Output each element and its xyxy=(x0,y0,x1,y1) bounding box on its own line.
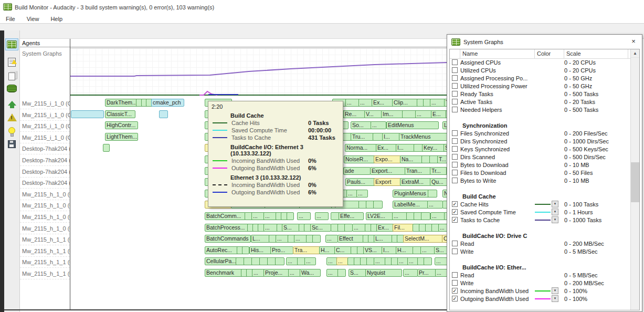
timeline-block[interactable] xyxy=(242,246,249,254)
save-icon[interactable] xyxy=(5,138,18,150)
timeline-block[interactable]: Clip... xyxy=(392,99,418,107)
graph-item-name[interactable]: Utilized CPUs xyxy=(460,67,535,74)
graph-item-name[interactable]: Bytes to Download xyxy=(460,162,535,168)
timeline-block[interactable]: S... xyxy=(349,269,366,277)
graph-checkbox[interactable] xyxy=(452,248,458,254)
timeline-block[interactable]: PluginMenus xyxy=(393,190,429,197)
graph-item-name[interactable]: Outgoing BandWidth Used xyxy=(460,296,535,302)
menu-help[interactable]: Help xyxy=(45,16,68,22)
timeline-block[interactable] xyxy=(421,212,430,220)
timeline-block[interactable]: ... xyxy=(435,269,448,277)
timeline-block[interactable]: Nyquist xyxy=(365,269,402,277)
agent-row-label[interactable]: Mw_2115_h_1_0 (C xyxy=(20,212,70,223)
graph-checkbox[interactable]: ✓ xyxy=(452,296,458,301)
graph-checkbox[interactable] xyxy=(452,241,458,246)
timeline-block[interactable]: SelectM... xyxy=(403,235,443,243)
timeline-block[interactable]: His... xyxy=(249,246,271,254)
timeline-block[interactable]: ... xyxy=(315,212,329,220)
graph-item-name[interactable]: Incoming BandWidth Used xyxy=(460,288,535,294)
timeline-block[interactable]: cmake_pch xyxy=(151,99,184,107)
col-name[interactable]: Name xyxy=(460,49,535,58)
timeline-block[interactable]: ... xyxy=(420,246,435,254)
timeline-block[interactable]: VS... xyxy=(363,246,383,254)
graph-checkbox[interactable] xyxy=(452,272,458,278)
timeline-block[interactable]: ... xyxy=(371,121,386,129)
graph-checkbox[interactable] xyxy=(452,162,458,168)
graph-item-name[interactable]: Files Synchronized xyxy=(460,130,535,137)
col-scale[interactable]: Scale xyxy=(564,49,628,58)
timeline-block[interactable]: C... xyxy=(334,246,352,254)
timeline-block[interactable]: ... xyxy=(427,201,443,209)
timeline-block[interactable]: Tra... xyxy=(293,246,320,254)
timeline-block[interactable]: Na... xyxy=(400,155,423,163)
timeline-block[interactable] xyxy=(373,201,383,209)
timeline-block[interactable]: Tru... xyxy=(351,133,374,141)
graph-item-name[interactable]: Ready Tasks xyxy=(460,91,535,97)
agent-row-label[interactable]: Mw_2115_i_1_0 (Co xyxy=(20,98,70,109)
timeline-block[interactable]: LightThem... xyxy=(105,133,138,141)
timeline-block[interactable]: CellularPa... xyxy=(205,257,237,265)
timeline-block[interactable]: V... xyxy=(364,110,382,118)
agent-row-label[interactable]: Mw_2115_h_1_1 (C xyxy=(20,234,70,245)
build-cache-icon[interactable] xyxy=(5,82,18,95)
scrollbar[interactable]: ▲ xyxy=(630,49,639,310)
agent-row-label[interactable]: Mw_2115_i_1_0 (Co xyxy=(20,110,70,121)
graph-checkbox[interactable] xyxy=(452,75,458,81)
timeline-block[interactable]: I... xyxy=(382,133,400,141)
graph-item-name[interactable]: Read xyxy=(460,241,535,247)
timeline-block[interactable]: LV2E... xyxy=(366,212,393,220)
timeline-block[interactable]: ... xyxy=(325,235,338,243)
timeline-block[interactable]: ... xyxy=(435,257,448,265)
timeline-block[interactable]: L... xyxy=(374,235,393,243)
timeline-block[interactable]: I... xyxy=(382,246,397,254)
timeline-block[interactable]: ... xyxy=(352,224,366,232)
timeline-block[interactable] xyxy=(337,269,346,277)
graph-item-name[interactable]: Bytes to Write xyxy=(460,178,535,184)
graph-checkbox[interactable]: ✓ xyxy=(452,288,458,294)
timeline-block[interactable]: TrackMenus xyxy=(399,133,448,141)
timeline-block[interactable]: Tran... xyxy=(405,167,431,175)
timeline-block[interactable]: ... xyxy=(430,99,446,107)
graph-checkbox[interactable] xyxy=(452,154,458,160)
timeline-block[interactable]: Expo... xyxy=(374,155,401,163)
graph-item-name[interactable]: Write xyxy=(460,248,535,255)
graph-checkbox[interactable]: ✓ xyxy=(452,209,458,215)
timeline-block[interactable] xyxy=(159,110,168,118)
agent-row-label[interactable]: Desktop-7hak204 (C xyxy=(20,167,70,178)
system-graphs-titlebar[interactable]: System Graphs xyxy=(447,35,642,49)
timeline-block[interactable] xyxy=(103,144,110,152)
output-upload-icon[interactable] xyxy=(5,97,18,109)
graph-item-name[interactable]: Write xyxy=(460,280,535,286)
timeline-block[interactable] xyxy=(428,190,437,197)
progress-bricks-icon[interactable] xyxy=(5,38,18,50)
graph-item-name[interactable]: Cache Hits xyxy=(460,201,535,207)
agent-row-label[interactable]: Mw_2115_h_1_1 (C xyxy=(20,257,70,268)
timeline-block[interactable]: I... xyxy=(396,144,415,152)
timeline-block[interactable]: Export... xyxy=(370,167,406,175)
graph-item-name[interactable]: Active Tasks xyxy=(460,99,535,105)
timeline-block[interactable] xyxy=(424,257,432,265)
timeline-block[interactable]: BatchCommands xyxy=(205,235,251,243)
timeline-block[interactable]: T... xyxy=(437,155,448,163)
close-icon[interactable]: × xyxy=(629,37,638,46)
timeline-block[interactable] xyxy=(344,224,353,232)
timeline-block[interactable]: H... xyxy=(319,246,336,254)
graph-item-name[interactable]: Utilized Processing Power xyxy=(460,83,535,89)
timeline-block[interactable]: NoiseR... xyxy=(344,155,375,163)
menu-view[interactable]: View xyxy=(21,16,45,22)
graph-item-name[interactable]: Assigned CPUs xyxy=(460,59,535,66)
timeline-block[interactable]: ... xyxy=(415,110,432,118)
agent-row-label[interactable]: Mw_2115_i_1_0 (Co xyxy=(20,121,70,132)
graph-item-name[interactable]: Read xyxy=(460,272,535,278)
timeline-block[interactable]: Sc... xyxy=(310,224,331,232)
timeline-block[interactable]: ... xyxy=(297,212,311,220)
build-messages-icon[interactable] xyxy=(5,56,18,68)
col-color[interactable]: Color xyxy=(535,49,564,58)
timeline-block[interactable]: BatchComm... xyxy=(205,212,246,220)
graph-item-name[interactable]: Files to Download xyxy=(460,170,535,176)
timeline-block[interactable]: HighContr... xyxy=(105,121,138,129)
color-dropdown-icon[interactable]: ▼ xyxy=(552,287,558,294)
color-dropdown-icon[interactable]: ▼ xyxy=(552,209,558,215)
graph-checkbox[interactable] xyxy=(452,178,458,183)
timeline-block[interactable]: Tr... xyxy=(430,167,448,175)
